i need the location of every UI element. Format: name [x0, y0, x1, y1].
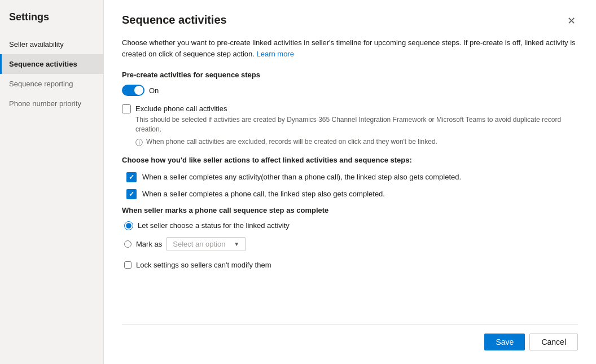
close-button[interactable]: ✕: [565, 14, 578, 28]
status-select-dropdown[interactable]: Select an option ▼: [166, 237, 246, 251]
chevron-down-icon: ▼: [234, 241, 239, 247]
description-text: Choose whether you want to pre-create li…: [122, 37, 578, 59]
toggle-label: On: [149, 86, 159, 95]
exclude-phone-text-block: Exclude phone call activities This shoul…: [135, 104, 578, 134]
sidebar-item-seller-availability[interactable]: Seller availability: [0, 34, 103, 54]
footer: Save Cancel: [122, 324, 578, 350]
sidebar-title: Settings: [0, 11, 103, 34]
exclude-phone-row: Exclude phone call activities This shoul…: [122, 104, 578, 134]
radio-row-1: Let seller choose a status for the linke…: [122, 221, 578, 230]
lock-row: Lock settings so sellers can't modify th…: [122, 260, 578, 270]
info-icon: ⓘ: [135, 138, 143, 148]
cancel-button[interactable]: Cancel: [529, 334, 578, 350]
radio-mark-as[interactable]: [124, 240, 132, 248]
sidebar-item-sequence-activities[interactable]: Sequence activities: [0, 54, 103, 74]
pre-create-toggle[interactable]: [122, 85, 144, 96]
content-area: Choose whether you want to pre-create li…: [122, 37, 578, 324]
exclude-phone-label: Exclude phone call activities: [135, 104, 578, 114]
lock-settings-checkbox[interactable]: [124, 261, 132, 269]
mark-as-row: Mark as Select an option ▼: [122, 237, 578, 251]
radio-let-seller[interactable]: [124, 221, 133, 230]
section2-question: Choose how you'd like seller actions to …: [122, 156, 578, 164]
mark-as-label: Mark as: [136, 240, 162, 248]
blue-checkbox-label-1: When a seller completes any activity(oth…: [142, 173, 461, 181]
sidebar-item-phone-number-priority[interactable]: Phone number priority: [0, 94, 103, 113]
info-row: ⓘ When phone call activities are exclude…: [122, 138, 578, 148]
exclude-phone-checkbox[interactable]: [122, 104, 131, 113]
lock-settings-label: Lock settings so sellers can't modify th…: [136, 260, 271, 270]
phone-section-label: When seller marks a phone call sequence …: [122, 206, 578, 214]
blue-checkbox-label-2: When a seller completes a phone call, th…: [142, 190, 385, 198]
save-button[interactable]: Save: [484, 334, 525, 350]
radio-let-seller-label: Let seller choose a status for the linke…: [138, 221, 290, 230]
info-text: When phone call activities are excluded,…: [146, 138, 437, 146]
blue-checkbox-row-2: When a seller completes a phone call, th…: [122, 189, 578, 199]
toggle-slider: [122, 85, 144, 96]
blue-checkbox-row-1: When a seller completes any activity(oth…: [122, 172, 578, 182]
select-placeholder: Select an option: [173, 240, 230, 248]
page-title: Sequence activities: [122, 14, 227, 27]
sidebar: Settings Seller availability Sequence ac…: [0, 0, 104, 364]
toggle-row: On: [122, 85, 578, 96]
exclude-phone-sub: This should be selected if activities ar…: [135, 115, 578, 134]
blue-check-1[interactable]: [126, 172, 137, 182]
main-header: Sequence activities ✕: [122, 14, 578, 28]
section1-label: Pre-create activities for sequence steps: [122, 71, 578, 79]
blue-check-2[interactable]: [126, 189, 137, 199]
learn-more-link[interactable]: Learn more: [257, 50, 294, 58]
main-panel: Sequence activities ✕ Choose whether you…: [104, 0, 596, 364]
sidebar-item-sequence-reporting[interactable]: Sequence reporting: [0, 74, 103, 94]
